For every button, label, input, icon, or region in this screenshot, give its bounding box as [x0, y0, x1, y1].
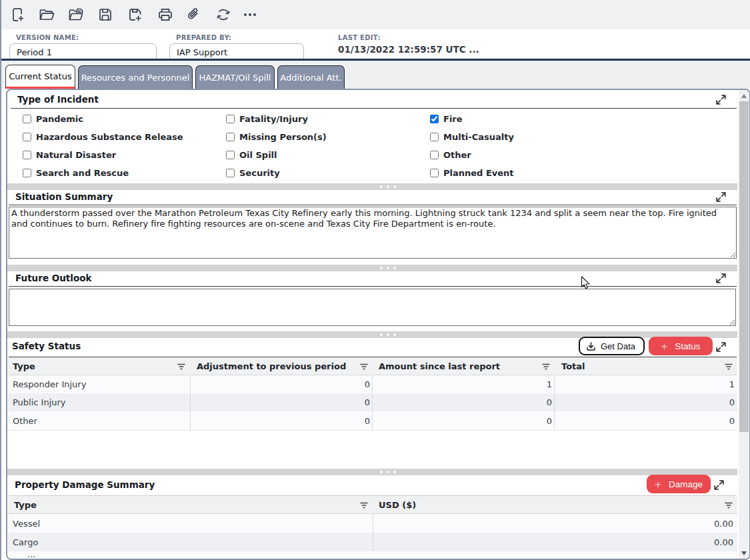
planned-event-label: Planned Event — [443, 168, 514, 178]
future-outlook-title: Future Outlook — [15, 273, 91, 283]
multi-casualty-checkbox[interactable] — [430, 133, 439, 141]
vertical-scrollbar[interactable] — [739, 90, 749, 559]
checkbox-item: Multi-Casualty — [430, 132, 514, 141]
security-label: Security — [239, 168, 280, 178]
type-of-incident-title: Type of Incident — [17, 94, 99, 105]
hazardous-substance-release-checkbox[interactable] — [23, 133, 31, 141]
security-checkbox[interactable] — [226, 169, 235, 177]
safety-row-public-injury[interactable]: Public Injury 0 0 0 — [8, 393, 737, 411]
property-col-type: Type — [14, 496, 37, 513]
checkbox-item: Pandemic — [23, 114, 83, 123]
missing-persons-checkbox[interactable] — [226, 133, 235, 141]
last-edit-value: 01/13/2022 12:59:57 UTC ... — [338, 44, 479, 55]
multi-casualty-label: Multi-Casualty — [443, 132, 514, 142]
last-edit-label: LAST EDIT: — [338, 34, 381, 41]
refresh-icon[interactable] — [215, 6, 232, 23]
hazardous-substance-release-label: Hazardous Substance Release — [36, 132, 183, 142]
more-icon[interactable] — [241, 6, 259, 23]
fatality-injury-label: Fatality/Injury — [239, 114, 308, 124]
cell-adjustment: 0 — [197, 411, 370, 430]
main-panel: Type of Incident Pandemic Hazardous Subs… — [6, 89, 750, 560]
tab-resources-personnel[interactable]: Resources and Personnel — [78, 65, 193, 89]
version-name-label: VERSION NAME: — [16, 34, 79, 41]
section-resize-handle[interactable] — [7, 265, 737, 271]
tab-strip: Current Status Resources and Personnel H… — [1, 61, 750, 89]
filter-icon[interactable] — [359, 500, 369, 509]
checkbox-item: Fire — [430, 114, 463, 123]
pandemic-label: Pandemic — [36, 114, 83, 124]
planned-event-checkbox[interactable] — [430, 169, 439, 177]
filter-icon[interactable] — [724, 500, 733, 509]
open-folder-icon[interactable] — [38, 6, 55, 23]
pandemic-checkbox[interactable] — [23, 115, 31, 123]
cell-total: 1 — [561, 375, 735, 393]
filter-icon[interactable] — [177, 361, 186, 371]
plus-icon: + — [655, 479, 661, 490]
tab-hazmat-oil-spill[interactable]: HAZMAT/Oil Spill — [195, 65, 275, 89]
save-as-icon[interactable] — [127, 6, 144, 23]
download-icon — [586, 341, 596, 351]
cell-type: Responder Injury — [13, 375, 86, 393]
section-resize-handle[interactable] — [7, 469, 737, 475]
situation-summary-textarea[interactable] — [9, 207, 737, 259]
fire-checkbox[interactable] — [430, 115, 439, 123]
cell-type: Vessel — [13, 514, 40, 533]
add-damage-label: Damage — [669, 479, 703, 489]
cell-usd: 0.00 — [379, 533, 733, 551]
new-file-icon[interactable] — [9, 6, 27, 23]
search-and-rescue-checkbox[interactable] — [23, 169, 31, 177]
cell-type: Other — [13, 411, 37, 430]
filter-icon[interactable] — [359, 361, 369, 371]
tab-current-status[interactable]: Current Status — [5, 65, 75, 89]
cell-partial: ... — [27, 551, 35, 559]
safety-row-other[interactable]: Other 0 0 0 — [8, 411, 737, 430]
save-icon[interactable] — [97, 6, 114, 23]
expand-situation-summary-icon[interactable] — [715, 191, 727, 203]
checkbox-item: Other — [430, 150, 471, 159]
checkbox-item: Search and Rescue — [23, 168, 129, 177]
fire-label: Fire — [443, 114, 463, 124]
natural-disaster-checkbox[interactable] — [23, 151, 31, 159]
open-document-icon[interactable] — [67, 6, 85, 23]
oil-spill-checkbox[interactable] — [226, 151, 235, 159]
add-damage-button[interactable]: + Damage — [647, 475, 711, 493]
filter-icon[interactable] — [541, 361, 551, 371]
add-status-label: Status — [675, 341, 700, 351]
safety-col-adjustment: Adjustment to previous period — [197, 357, 346, 375]
property-table-header: Type USD ($) — [8, 496, 737, 514]
scroll-up-arrow[interactable] — [739, 90, 749, 101]
checkbox-item: Hazardous Substance Release — [23, 132, 183, 141]
future-outlook-textarea[interactable] — [9, 289, 736, 326]
safety-row-responder-injury[interactable]: Responder Injury 0 1 1 — [8, 375, 737, 393]
expand-type-of-incident-icon[interactable] — [715, 94, 727, 105]
safety-table-header: Type Adjustment to previous period Amoun… — [8, 357, 737, 375]
cell-adjustment: 0 — [197, 393, 370, 411]
other-incident-checkbox[interactable] — [430, 151, 439, 159]
add-status-button[interactable]: + Status — [649, 337, 713, 355]
property-damage-title: Property Damage Summary — [15, 479, 155, 490]
version-header: VERSION NAME: Period 1 PREPARED BY: IAP … — [1, 29, 750, 59]
cell-amount: 0 — [379, 411, 552, 430]
plus-icon: + — [661, 341, 667, 352]
cell-amount: 1 — [379, 375, 552, 393]
cell-type: Public Injury — [13, 393, 66, 411]
safety-status-title: Safety Status — [12, 341, 81, 351]
filter-icon[interactable] — [724, 361, 733, 371]
get-data-button[interactable]: Get Data — [579, 337, 645, 355]
expand-future-outlook-icon[interactable] — [715, 273, 727, 284]
tab-additional-att[interactable]: Additional Att. — [277, 65, 345, 89]
fatality-injury-checkbox[interactable] — [226, 115, 235, 123]
safety-col-total: Total — [561, 357, 585, 375]
expand-property-damage-icon[interactable] — [713, 479, 725, 491]
scrollbar-thumb[interactable] — [739, 101, 749, 432]
missing-persons-label: Missing Person(s) — [239, 132, 327, 142]
attach-icon[interactable] — [185, 6, 202, 23]
app-window: VERSION NAME: Period 1 PREPARED BY: IAP … — [0, 0, 750, 560]
scroll-down-arrow[interactable] — [739, 547, 749, 559]
cell-total: 0 — [561, 411, 735, 430]
section-resize-handle[interactable] — [7, 183, 737, 190]
safety-col-amount: Amount since last report — [379, 357, 500, 375]
expand-safety-status-icon[interactable] — [715, 341, 727, 353]
print-icon[interactable] — [157, 6, 174, 23]
cell-adjustment: 0 — [197, 375, 370, 393]
